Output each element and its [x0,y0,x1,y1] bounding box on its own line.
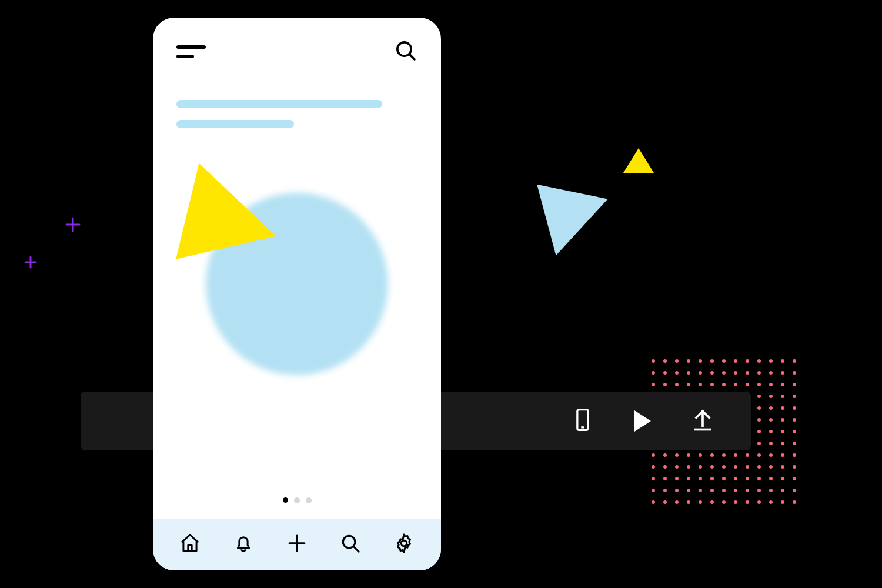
page-indicator[interactable] [153,492,441,519]
menu-icon[interactable] [176,45,206,58]
gear-icon[interactable] [393,532,415,557]
plus-decoration [24,255,38,272]
svg-line-9 [410,55,415,59]
play-icon[interactable] [634,410,651,432]
svg-point-14 [401,540,407,546]
content-graphic [153,140,441,492]
heading-placeholder [153,71,441,140]
home-icon[interactable] [179,532,201,557]
plus-decoration [65,216,81,235]
pager-dot[interactable] [283,497,288,503]
device-icon[interactable] [570,407,596,435]
bell-icon[interactable] [232,532,255,557]
search-icon[interactable] [339,532,362,557]
svg-line-13 [353,547,359,552]
triangle-decoration [537,168,619,255]
mobile-preview [153,18,441,570]
triangle-decoration [623,148,654,173]
upload-icon[interactable] [690,407,716,435]
pager-dot[interactable] [306,497,312,503]
plus-icon[interactable] [286,532,308,557]
search-icon[interactable] [394,39,417,65]
bottom-tabbar [153,519,441,570]
pager-dot[interactable] [294,497,300,503]
